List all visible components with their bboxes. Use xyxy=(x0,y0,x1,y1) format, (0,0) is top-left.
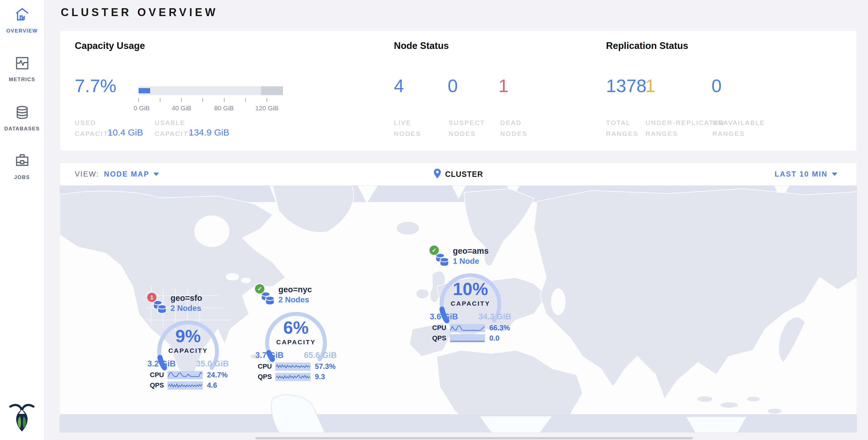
time-range-value: LAST 10 MIN xyxy=(775,170,828,178)
cpu-value: 57.3% xyxy=(315,362,336,371)
axis-tick xyxy=(138,98,139,102)
capacity-label: CAPACITY xyxy=(434,300,507,307)
unavailable-ranges-value: 0 xyxy=(711,77,721,95)
total-capacity: 35.0 GiB xyxy=(196,359,229,369)
dead-nodes-label: DEAD NODES xyxy=(500,117,528,139)
locality-node-count: 1 Node xyxy=(453,256,479,266)
qps-value: 9.3 xyxy=(315,373,325,381)
used-capacity-value: 10.4 GiB xyxy=(107,127,143,138)
used-capacity: 3.2 GiB xyxy=(147,359,176,369)
qps-label: QPS xyxy=(258,373,275,381)
capacity-percent: 7.7% xyxy=(75,77,116,95)
healthy-check-badge: ✓ xyxy=(429,245,440,256)
qps-label: QPS xyxy=(432,334,450,342)
cpu-value: 24.7% xyxy=(207,371,228,379)
usable-capacity-value: 134.9 GiB xyxy=(189,127,229,138)
axis-tick xyxy=(181,98,182,102)
qps-value: 4.6 xyxy=(207,381,217,389)
total-ranges-value: 1378 xyxy=(606,77,646,95)
used-capacity: 3.6 GiB xyxy=(430,312,458,321)
page-title: CLUSTER OVERVIEW xyxy=(61,6,218,19)
axis-tick-label: 120 GiB xyxy=(250,104,284,112)
usable-capacity-label: USABLE CAPACITY xyxy=(155,117,193,139)
qps-value: 0.0 xyxy=(489,334,499,342)
locality-node-count: 2 Nodes xyxy=(170,304,201,313)
replication-status-title: Replication Status xyxy=(606,40,688,51)
axis-tick xyxy=(245,98,246,102)
capacity-percent: 10% xyxy=(434,279,507,299)
capacity-label: CAPACITY xyxy=(259,339,333,346)
live-nodes-label: LIVE NODES xyxy=(394,117,421,139)
capacity-label: CAPACITY xyxy=(152,347,225,354)
time-range-dropdown[interactable]: LAST 10 MIN xyxy=(775,170,837,178)
capacity-bar-fill xyxy=(138,88,150,93)
node-status-title: Node Status xyxy=(394,40,449,51)
capacity-bar-reserved xyxy=(261,86,283,95)
total-capacity: 65.6 GiB xyxy=(304,351,337,360)
map-toolbar: VIEW: NODE MAP CLUSTER LAST 10 MIN xyxy=(60,163,857,186)
capacity-usage-title: Capacity Usage xyxy=(75,40,145,51)
locality-marker-ams[interactable]: ✓ geo=ams 1 Node 10% CAPACITY 3.6 GiB 34… xyxy=(428,242,513,345)
locality-marker-nyc[interactable]: ✓ geo=nyc 2 Nodes 6% CAPACITY 3.7 GiB 65… xyxy=(253,281,339,384)
dead-nodes-value: 1 xyxy=(498,77,508,95)
total-capacity: 34.3 GiB xyxy=(478,312,511,321)
axis-tick xyxy=(224,98,225,102)
cpu-sparkline xyxy=(275,363,311,371)
cpu-value: 66.3% xyxy=(489,324,510,332)
sidebar-item-metrics[interactable]: METRICS xyxy=(0,55,44,83)
suspect-nodes-label: SUSPECT NODES xyxy=(448,117,485,139)
cpu-label: CPU xyxy=(432,324,450,332)
node-map: 1 geo=sfo 2 Nodes 9% CAPACITY 3.2 GiB 35… xyxy=(60,186,857,433)
databases-icon xyxy=(0,104,44,122)
qps-label: QPS xyxy=(150,381,167,389)
locality-name: geo=nyc xyxy=(278,285,312,294)
under-replicated-ranges-value: 1 xyxy=(645,77,655,95)
axis-tick-label: 0 GiB xyxy=(125,104,158,112)
sidebar: OVERVIEW METRICS DATABASES xyxy=(0,0,44,440)
horizontal-scrollbar[interactable] xyxy=(255,437,693,439)
locality-name: geo=sfo xyxy=(170,293,202,303)
cluster-summary-panel: Capacity Usage 7.7% 0 GiB 40 GiB 80 GiB … xyxy=(60,30,857,151)
capacity-percent: 6% xyxy=(259,317,333,338)
unavailable-ranges-label: UNAVAILABLE RANGES xyxy=(712,117,765,139)
used-capacity: 3.7 GiB xyxy=(255,351,284,360)
suspect-nodes-value: 0 xyxy=(448,77,458,95)
axis-tick-label: 80 GiB xyxy=(207,104,241,112)
sidebar-item-databases[interactable]: DATABASES xyxy=(0,104,44,132)
sidebar-item-label: METRICS xyxy=(9,76,35,82)
live-nodes-value: 4 xyxy=(394,77,404,95)
sidebar-item-label: OVERVIEW xyxy=(6,28,38,34)
sidebar-item-label: DATABASES xyxy=(4,126,40,132)
qps-sparkline xyxy=(275,373,311,381)
chevron-down-icon xyxy=(832,172,837,176)
capacity-percent: 9% xyxy=(152,326,225,346)
capacity-bar xyxy=(138,86,283,95)
cockroachdb-logo xyxy=(8,402,36,433)
axis-tick xyxy=(203,98,203,102)
cluster-overview-page: OVERVIEW METRICS DATABASES xyxy=(0,0,868,440)
breadcrumb[interactable]: CLUSTER xyxy=(60,168,857,180)
locality-node-count: 2 Nodes xyxy=(278,295,309,305)
sidebar-item-jobs[interactable]: JOBS xyxy=(0,153,44,181)
locality-marker-sfo[interactable]: 1 geo=sfo 2 Nodes 9% CAPACITY 3.2 GiB 35… xyxy=(146,289,231,392)
jobs-icon xyxy=(0,153,44,170)
qps-sparkline xyxy=(167,381,203,389)
breadcrumb-cluster: CLUSTER xyxy=(445,170,483,179)
qps-sparkline xyxy=(450,334,485,342)
cpu-label: CPU xyxy=(258,363,275,370)
healthy-check-badge: ✓ xyxy=(254,283,265,294)
sidebar-item-overview[interactable]: OVERVIEW xyxy=(0,7,44,34)
map-pin-icon xyxy=(433,168,441,180)
axis-tick-label: 40 GiB xyxy=(165,104,198,112)
home-icon xyxy=(0,7,44,24)
error-count-badge: 1 xyxy=(146,292,157,303)
cpu-label: CPU xyxy=(150,371,167,379)
sidebar-item-label: JOBS xyxy=(14,175,30,180)
metrics-icon xyxy=(0,55,44,72)
total-ranges-label: TOTAL RANGES xyxy=(606,117,639,139)
axis-tick xyxy=(160,98,160,102)
cpu-sparkline xyxy=(167,371,203,379)
axis-tick xyxy=(267,98,267,102)
locality-name: geo=ams xyxy=(453,246,489,256)
cpu-sparkline xyxy=(450,324,485,332)
